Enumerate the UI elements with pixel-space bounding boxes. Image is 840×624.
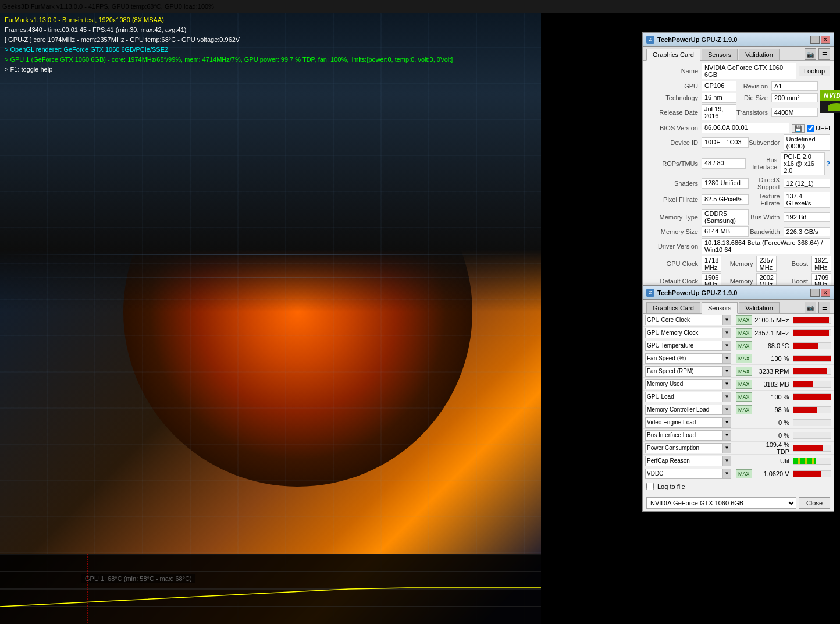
gpuz-main-controls[interactable]: ─ ✕ — [810, 36, 830, 44]
gpuz-sensors-close-btn[interactable]: Close — [799, 497, 830, 509]
sensor-arrow-9[interactable]: ▼ — [722, 431, 731, 440]
tab-sensors[interactable]: Sensors — [702, 49, 738, 60]
memory-type-row: Memory Type GDDR5 (Samsung) Bus Width 19… — [646, 209, 830, 225]
sensor-arrow-5[interactable]: ▼ — [722, 380, 731, 389]
furmark-graph: GPU 1: 68°C (min: 58°C - max: 68°C) — [0, 554, 541, 624]
device-id-row: Device ID 10DE - 1C03 Subvendor Undefine… — [646, 134, 830, 151]
sensor-bar-container-2 — [793, 342, 831, 349]
shaders-value: 1280 Unified — [702, 178, 749, 189]
gpu-name-label: Name — [646, 68, 702, 75]
sensors-menu-icon[interactable]: ☰ — [818, 302, 830, 313]
sensor-arrow-8[interactable]: ▼ — [722, 418, 731, 427]
sensor-select-1[interactable]: GPU Memory Clock ▼ — [645, 328, 731, 338]
furmark-line5: > GPU 1 (GeForce GTX 1060 6GB) - core: 1… — [5, 55, 453, 65]
bios-save-icon[interactable]: 💾 — [792, 124, 805, 133]
memory-size-row: Memory Size 6144 MB Bandwidth 226.3 GB/s — [646, 226, 830, 237]
sensor-max-btn-0[interactable]: MAX — [736, 315, 752, 325]
tab-sensors-gc[interactable]: Graphics Card — [646, 302, 700, 313]
sensor-value-8: 0 % — [752, 419, 793, 426]
transistors-value: 4400M — [771, 108, 818, 117]
sensor-select-10[interactable]: Power Consumption ▼ — [645, 443, 731, 453]
sensor-select-9[interactable]: Bus Interface Load ▼ — [645, 430, 731, 441]
gpuz-main-close[interactable]: ✕ — [821, 36, 830, 44]
gpuz-sensors-titlebar: Z TechPowerUp GPU-Z 1.9.0 ─ ✕ — [643, 286, 834, 300]
release-date-row: Release Date Jul 19, 2016 Transistors 44… — [646, 104, 818, 120]
tab-graphics-card[interactable]: Graphics Card — [646, 49, 700, 61]
sensor-select-8[interactable]: Video Engine Load ▼ — [645, 417, 731, 428]
sensor-select-0[interactable]: GPU Core Clock ▼ — [645, 315, 731, 325]
sensor-arrow-0[interactable]: ▼ — [722, 315, 731, 325]
technology-value: 16 nm — [702, 93, 736, 103]
bios-version-value: 86.06.0A.00.01 — [702, 123, 789, 133]
sensor-select-6[interactable]: GPU Load ▼ — [645, 392, 731, 402]
rops-row: ROPs/TMUs 48 / 80 Bus Interface PCI-E 2.… — [646, 152, 830, 175]
sensor-bar-container-9 — [793, 432, 831, 439]
sensor-select-2[interactable]: GPU Temperature ▼ — [645, 341, 731, 351]
sensor-select-4[interactable]: Fan Speed (RPM) ▼ — [645, 366, 731, 377]
sensor-max-btn-6[interactable]: MAX — [736, 392, 752, 402]
sensor-arrow-11[interactable]: ▼ — [722, 456, 731, 466]
gpuz-sensors-controls[interactable]: ─ ✕ — [810, 289, 830, 297]
sensor-max-btn-4[interactable]: MAX — [736, 367, 752, 376]
sensor-max-btn-7[interactable]: MAX — [736, 405, 752, 414]
sensor-select-11[interactable]: PerfCap Reason ▼ — [645, 456, 731, 466]
sensor-value-11: Util — [752, 458, 793, 465]
bus-width-value: 192 Bit — [784, 212, 831, 222]
sensor-value-10: 109.4 % TDP — [752, 441, 793, 455]
device-id-value: 10DE - 1C03 — [702, 137, 749, 148]
sensor-arrow-4[interactable]: ▼ — [722, 367, 731, 376]
sensor-row-1: GPU Memory Clock ▼ MAX 2357.1 MHz — [643, 327, 834, 339]
sensor-row-0: GPU Core Clock ▼ MAX 2100.5 MHz — [643, 314, 834, 327]
sensor-name-4: Fan Speed (RPM) ▼ — [643, 366, 736, 377]
sensor-arrow-12[interactable]: ▼ — [722, 469, 731, 478]
gpuz-sensors-close[interactable]: ✕ — [821, 289, 830, 297]
release-date-label: Release Date — [646, 109, 702, 116]
rops-value: 48 / 80 — [702, 158, 746, 169]
sensor-arrow-1[interactable]: ▼ — [722, 328, 731, 338]
sensor-bar-container-4 — [793, 368, 831, 375]
sensor-value-2: 68.0 °C — [752, 342, 793, 349]
directx-value: 12 (12_1) — [784, 179, 831, 188]
revision-value: A1 — [771, 81, 818, 91]
menu-icon[interactable]: ☰ — [818, 48, 830, 60]
sensor-row-6: GPU Load ▼ MAX 100 % — [643, 391, 834, 403]
tab-validation[interactable]: Validation — [739, 49, 780, 60]
sensor-arrow-2[interactable]: ▼ — [722, 341, 731, 350]
sensor-max-btn-12[interactable]: MAX — [736, 469, 752, 478]
sensor-select-5[interactable]: Memory Used ▼ — [645, 379, 731, 389]
sensor-select-3[interactable]: Fan Speed (%) ▼ — [645, 353, 731, 364]
uefi-check[interactable] — [807, 125, 814, 132]
sensor-name-6: GPU Load ▼ — [643, 392, 736, 402]
sensor-max-btn-5[interactable]: MAX — [736, 380, 752, 389]
technology-row: Technology 16 nm Die Size 200 mm² — [646, 93, 818, 103]
sensor-name-10: Power Consumption ▼ — [643, 443, 736, 453]
lookup-button[interactable]: Lookup — [799, 66, 830, 76]
uefi-checkbox[interactable]: BIOS VersionUEFI — [807, 125, 830, 132]
shaders-row: Shaders 1280 Unified DirectX Support 12 … — [646, 176, 830, 190]
gpuz-sensors-minimize[interactable]: ─ — [810, 289, 820, 297]
sensor-max-btn-2[interactable]: MAX — [736, 341, 752, 350]
tab-sensors-validation[interactable]: Validation — [739, 302, 780, 313]
gpuz-sensors-title: TechPowerUp GPU-Z 1.9.0 — [657, 289, 810, 296]
sensor-value-7: 98 % — [752, 406, 793, 413]
sensors-gpu-select[interactable]: NVIDIA GeForce GTX 1060 6GB — [646, 497, 796, 509]
sensor-select-12[interactable]: VDDC ▼ — [645, 469, 731, 479]
bus-interface-help[interactable]: ? — [826, 160, 830, 167]
sensor-arrow-10[interactable]: ▼ — [722, 444, 731, 453]
memory-type-label: Memory Type — [646, 214, 702, 221]
sensor-arrow-3[interactable]: ▼ — [722, 354, 731, 363]
log-to-file-checkbox[interactable] — [646, 483, 654, 490]
sensor-text-6: GPU Load — [646, 393, 722, 400]
gpuz-main-minimize[interactable]: ─ — [810, 36, 820, 44]
tab-sensors-active[interactable]: Sensors — [702, 302, 738, 314]
subvendor-label: Subvendor — [749, 139, 784, 146]
camera-icon[interactable]: 📷 — [805, 48, 816, 60]
sensor-select-7[interactable]: Memory Controller Load ▼ — [645, 405, 731, 415]
sensor-arrow-6[interactable]: ▼ — [722, 392, 731, 402]
sensor-max-btn-1[interactable]: MAX — [736, 328, 752, 338]
sensor-max-btn-3[interactable]: MAX — [736, 354, 752, 363]
sensor-bar-container-5 — [793, 381, 831, 388]
sensor-arrow-7[interactable]: ▼ — [722, 405, 731, 414]
sensor-bar-0 — [793, 317, 829, 323]
sensors-camera-icon[interactable]: 📷 — [805, 302, 816, 313]
